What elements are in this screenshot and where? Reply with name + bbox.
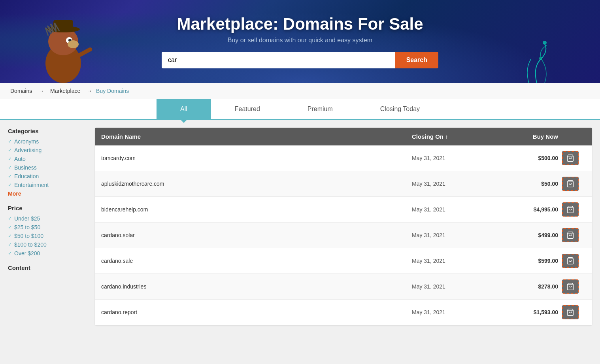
closing-date: May 31, 2021: [412, 283, 491, 290]
check-icon: ✓: [8, 216, 12, 221]
sidebar-item-label: $50 to $100: [14, 233, 43, 239]
col-domain-name: Domain Name: [101, 133, 412, 140]
breadcrumb-marketplace: Marketplace: [50, 88, 80, 94]
sidebar-item-over-200[interactable]: ✓ Over $200: [8, 250, 87, 256]
breadcrumb-sep1: →: [38, 88, 45, 94]
add-to-cart-button[interactable]: [562, 305, 579, 319]
closing-date: May 31, 2021: [412, 258, 491, 264]
sidebar-item-50-100[interactable]: ✓ $50 to $100: [8, 233, 87, 239]
sidebar-item-25-50[interactable]: ✓ $25 to $50: [8, 224, 87, 230]
search-form: Search: [162, 52, 438, 68]
svg-point-9: [539, 57, 542, 60]
sort-icon[interactable]: ↑: [445, 133, 448, 140]
sidebar-item-label: Over $200: [14, 250, 40, 256]
check-icon: ✓: [8, 165, 12, 170]
content-section: Content: [8, 264, 87, 271]
price: $499.00: [491, 232, 562, 238]
price: $4,995.00: [491, 206, 562, 213]
price: $599.00: [491, 258, 562, 264]
check-icon: ✓: [8, 224, 12, 230]
svg-point-6: [68, 40, 79, 48]
sidebar-item-entertainment[interactable]: ✓ Entertainment: [8, 182, 87, 188]
main-content: Categories ✓ Acronyms ✓ Advertising ✓ Au…: [0, 120, 600, 333]
hero-section: Marketplace: Domains For Sale Buy or sel…: [0, 0, 600, 83]
sidebar-item-label: Entertainment: [14, 182, 49, 188]
sidebar-item-advertising[interactable]: ✓ Advertising: [8, 147, 87, 153]
add-to-cart-button[interactable]: [562, 228, 579, 242]
domain-name: cardano.report: [101, 309, 412, 315]
search-button[interactable]: Search: [395, 52, 438, 68]
domain-name: cardano.sale: [101, 258, 412, 264]
domain-name: bidencarehelp.com: [101, 206, 412, 213]
col-closing-on: Closing On ↑: [412, 133, 491, 140]
categories-more[interactable]: More: [8, 190, 87, 197]
tabs-bar: All Featured Premium Closing Today: [0, 99, 600, 120]
domain-name: apluskidzmothercare.com: [101, 181, 412, 187]
breadcrumb: Domains → Marketplace → Buy Domains: [0, 83, 600, 99]
check-icon: ✓: [8, 251, 12, 256]
price-section: Price ✓ Under $25 ✓ $25 to $50 ✓ $50 to …: [8, 205, 87, 256]
check-icon: ✓: [8, 156, 12, 162]
price-title: Price: [8, 205, 87, 211]
search-input[interactable]: [162, 52, 395, 68]
tab-closing-today[interactable]: Closing Today: [357, 99, 443, 119]
domain-name: tomcardy.com: [101, 155, 412, 161]
table-row: tomcardy.com May 31, 2021 $500.00: [95, 145, 592, 171]
hero-title: Marketplace: Domains For Sale: [177, 15, 423, 34]
sidebar-item-business[interactable]: ✓ Business: [8, 164, 87, 171]
tab-premium[interactable]: Premium: [284, 99, 357, 119]
table-row: cardano.sale May 31, 2021 $599.00: [95, 248, 592, 274]
tab-featured[interactable]: Featured: [211, 99, 284, 119]
sidebar-item-label: $100 to $200: [14, 241, 47, 248]
table-row: cardano.industries May 31, 2021 $278.00: [95, 274, 592, 300]
sidebar-item-label: Acronyms: [14, 138, 39, 145]
sidebar-item-label: Education: [14, 173, 39, 179]
sidebar-item-education[interactable]: ✓ Education: [8, 173, 87, 179]
closing-date: May 31, 2021: [412, 232, 491, 238]
categories-section: Categories ✓ Acronyms ✓ Advertising ✓ Au…: [8, 128, 87, 197]
price: $500.00: [491, 155, 562, 161]
price: $278.00: [491, 283, 562, 290]
closing-date: May 31, 2021: [412, 206, 491, 213]
breadcrumb-domains: Domains: [10, 88, 32, 94]
breadcrumb-sep2: →: [87, 88, 94, 94]
sidebar-item-auto[interactable]: ✓ Auto: [8, 156, 87, 162]
categories-title: Categories: [8, 128, 87, 134]
col-buy-now: Buy Now: [491, 133, 562, 140]
hero-subtitle: Buy or sell domains with our quick and e…: [228, 37, 372, 44]
closing-date: May 31, 2021: [412, 155, 491, 161]
sidebar-item-label: Advertising: [14, 147, 42, 153]
sidebar-item-acronyms[interactable]: ✓ Acronyms: [8, 138, 87, 145]
sidebar: Categories ✓ Acronyms ✓ Advertising ✓ Au…: [8, 128, 87, 325]
hero-decoration: [497, 20, 576, 83]
domain-name: cardano.industries: [101, 283, 412, 290]
check-icon: ✓: [8, 147, 12, 153]
svg-line-7: [79, 49, 90, 55]
closing-date: May 31, 2021: [412, 181, 491, 187]
add-to-cart-button[interactable]: [562, 202, 579, 217]
check-icon: ✓: [8, 233, 12, 239]
svg-point-8: [543, 41, 547, 45]
table-row: apluskidzmothercare.com May 31, 2021 $50…: [95, 171, 592, 197]
add-to-cart-button[interactable]: [562, 151, 579, 165]
sidebar-item-label: $25 to $50: [14, 224, 40, 230]
table-header: Domain Name Closing On ↑ Buy Now: [95, 128, 592, 145]
add-to-cart-button[interactable]: [562, 177, 579, 191]
sidebar-item-label: Under $25: [14, 215, 40, 222]
breadcrumb-buy-domains[interactable]: Buy Domains: [96, 88, 129, 94]
content-title: Content: [8, 264, 87, 271]
domain-name: cardano.solar: [101, 232, 412, 238]
sidebar-item-label: Auto: [14, 156, 26, 162]
check-icon: ✓: [8, 182, 12, 188]
check-icon: ✓: [8, 139, 12, 144]
add-to-cart-button[interactable]: [562, 254, 579, 268]
sidebar-item-100-200[interactable]: ✓ $100 to $200: [8, 241, 87, 248]
sidebar-item-under-25[interactable]: ✓ Under $25: [8, 215, 87, 222]
tab-all[interactable]: All: [157, 99, 211, 119]
col-closing-label: Closing On: [412, 133, 443, 140]
closing-date: May 31, 2021: [412, 309, 491, 315]
table-row: bidencarehelp.com May 31, 2021 $4,995.00: [95, 197, 592, 223]
table-row: cardano.solar May 31, 2021 $499.00: [95, 223, 592, 248]
table-row: cardano.report May 31, 2021 $1,593.00: [95, 300, 592, 325]
add-to-cart-button[interactable]: [562, 279, 579, 294]
